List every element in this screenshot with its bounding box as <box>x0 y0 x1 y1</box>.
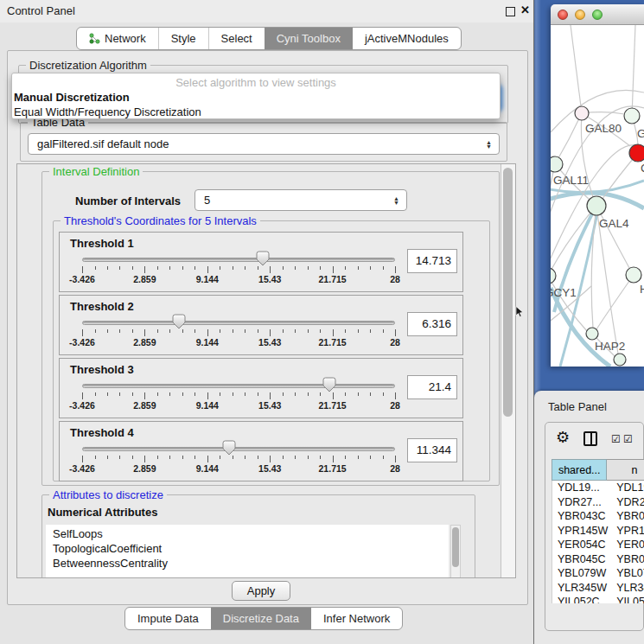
tick-label: 15.43 <box>258 337 281 348</box>
tick-mark <box>245 329 245 333</box>
network-node-gal80[interactable] <box>575 106 589 120</box>
tick-mark <box>283 329 284 333</box>
network-edge[interactable] <box>596 206 629 268</box>
threshold-card: Threshold 2-3.4262.8599.14415.4321.71528… <box>59 295 463 355</box>
top-tab-bar: NetworkStyleSelectCyni ToolboxjActiveMNo… <box>76 27 462 50</box>
close-icon[interactable]: ✕ <box>520 3 530 16</box>
network-edge[interactable] <box>571 25 582 113</box>
tick-label: 9.144 <box>196 274 219 284</box>
tab-network[interactable]: Network <box>77 28 158 49</box>
apply-button[interactable]: Apply <box>232 581 290 601</box>
tick-mark <box>194 266 195 270</box>
tick-mark <box>308 329 309 333</box>
attribute-item[interactable]: SelfLoops <box>46 526 449 541</box>
cell-shared-name: YER054C <box>552 538 609 552</box>
table-data-select[interactable]: galFiltered.sif default node ▲▼ <box>28 133 500 155</box>
table-row[interactable]: YBR043CYBR043C <box>552 509 644 524</box>
tick-mark <box>95 392 96 396</box>
table-row[interactable]: YBL079WYBL079W <box>552 566 644 581</box>
network-node[interactable] <box>614 354 626 366</box>
tick-label: -3.426 <box>69 400 95 411</box>
network-edge[interactable] <box>596 275 634 329</box>
tick-mark <box>157 392 158 396</box>
table-row[interactable]: YDR27...YDR27... <box>552 495 644 510</box>
close-traffic-light[interactable] <box>558 10 568 20</box>
float-icon[interactable] <box>506 7 515 16</box>
network-node-gal11[interactable] <box>551 156 563 172</box>
attributes-list[interactable]: SelfLoopsTopologicalCoefficientBetweenne… <box>46 525 449 578</box>
tick-label: -3.426 <box>69 463 95 474</box>
dropdown-option[interactable]: Equal Width/Frequency Discretization <box>12 105 500 119</box>
list-scrollbar-thumb[interactable] <box>452 527 459 567</box>
zoom-traffic-light[interactable] <box>592 10 603 20</box>
table-row[interactable]: YPR145WYPR145W <box>552 524 644 539</box>
tick-mark <box>182 456 183 459</box>
threshold-value-field[interactable]: 11.344 <box>407 438 457 462</box>
cell-name: YDR27... <box>609 495 644 510</box>
table-row[interactable]: YER054CYER054C <box>552 538 644 552</box>
network-node-c[interactable] <box>629 144 644 162</box>
checkbox-icon-1[interactable]: ☑ <box>611 433 621 445</box>
network-edge[interactable] <box>632 25 635 116</box>
tick-label: 9.144 <box>196 463 219 474</box>
tab-label: jActiveMNodules <box>365 32 449 45</box>
tick-mark <box>383 392 384 396</box>
table-row[interactable]: YBR045CYBR045C <box>552 552 644 567</box>
node-label: H <box>640 283 644 296</box>
threshold-value-field[interactable]: 21.4 <box>407 375 457 399</box>
tab-style[interactable]: Style <box>158 28 208 49</box>
slider-track[interactable] <box>82 258 395 262</box>
slider-track[interactable] <box>82 384 395 388</box>
table-row[interactable]: YIL052CYIL052C <box>552 595 644 603</box>
network-view-canvas[interactable]: GAL80GACGAL11GAL4GCY1HHAP2 <box>551 25 644 367</box>
settings-gear-icon[interactable]: ⚙ <box>556 428 570 447</box>
slider-track[interactable] <box>82 321 395 325</box>
slider-scale-labels: -3.4262.8599.14415.4321.71528 <box>82 274 395 285</box>
tab-discretize-data[interactable]: Discretize Data <box>211 608 311 629</box>
tab-infer-network[interactable]: Infer Network <box>311 608 402 629</box>
slider-track[interactable] <box>82 447 395 451</box>
tab-select[interactable]: Select <box>208 28 265 49</box>
table-row[interactable]: YDL19...YDL19... <box>552 481 644 495</box>
vertical-scrollbar[interactable] <box>501 164 515 577</box>
tab-cyni-toolbox[interactable]: Cyni Toolbox <box>265 28 353 49</box>
tab-label: Discretize Data <box>223 612 299 625</box>
list-scrollbar[interactable] <box>450 525 461 578</box>
tick-mark <box>258 266 258 270</box>
control-panel-titlebar: Control Panel ✕ <box>0 0 533 22</box>
network-edge-thick[interactable] <box>551 288 610 367</box>
dropdown-option[interactable]: Manual Discretization <box>12 90 500 105</box>
tick-mark <box>82 456 83 462</box>
group-title: Discretization Algorithm <box>26 59 150 72</box>
network-node-hap2[interactable] <box>586 328 598 340</box>
cell-shared-name: YPR145W <box>552 524 609 539</box>
intervals-select[interactable]: 5 ▲▼ <box>194 189 407 211</box>
tick-mark <box>345 392 346 396</box>
attribute-item[interactable]: BetweennessCentrality <box>46 556 449 571</box>
tab-impute-data[interactable]: Impute Data <box>125 608 211 629</box>
attribute-item[interactable]: TopologicalCoefficient <box>46 541 449 556</box>
network-edge[interactable] <box>555 113 582 164</box>
table-row[interactable]: YLR345WYLR345W <box>552 581 644 596</box>
network-window-titlebar[interactable] <box>551 4 644 25</box>
tick-mark <box>270 392 271 399</box>
slider-scale-labels: -3.4262.8599.14415.4321.71528 <box>82 463 395 475</box>
network-view-window: GAL80GACGAL11GAL4GCY1HHAP2 <box>551 4 644 367</box>
column-header-shared[interactable]: shared... <box>552 459 607 481</box>
checkbox-icon-2[interactable]: ☑ <box>623 433 633 445</box>
tick-mark <box>107 456 108 459</box>
column-layout-icon[interactable] <box>583 431 597 446</box>
network-node-h[interactable] <box>626 267 641 283</box>
threshold-value-field[interactable]: 14.713 <box>407 249 457 273</box>
network-node-gcy1[interactable] <box>551 268 556 284</box>
minimize-traffic-light[interactable] <box>575 10 585 20</box>
network-node-ga[interactable] <box>624 108 640 124</box>
tick-mark <box>308 266 309 270</box>
node-label: GAL80 <box>585 122 622 135</box>
network-node-gal4[interactable] <box>587 196 606 215</box>
tick-mark <box>258 329 258 333</box>
tab-jactivemnodules[interactable]: jActiveMNodules <box>353 28 461 49</box>
threshold-value-field[interactable]: 6.316 <box>407 312 457 336</box>
column-header-name[interactable]: n <box>607 459 644 481</box>
vertical-scrollbar-thumb[interactable] <box>503 168 513 417</box>
